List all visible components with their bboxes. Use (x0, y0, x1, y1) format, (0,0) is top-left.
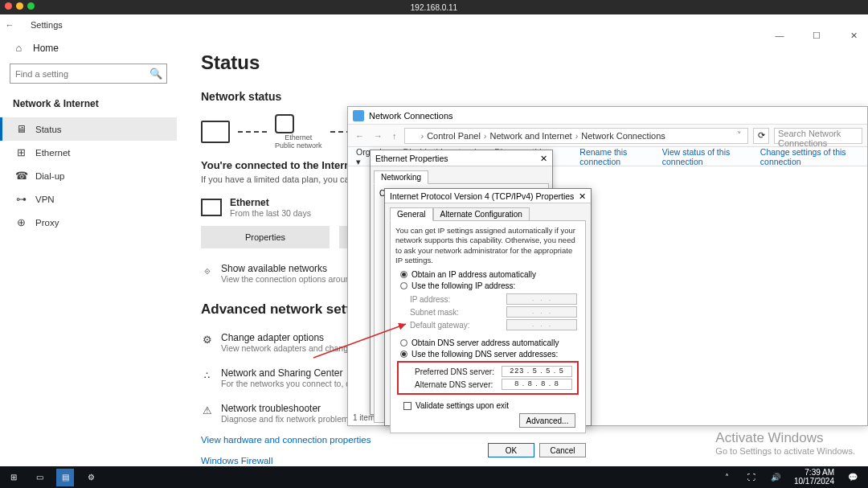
radio-label: Obtain an IP address automatically (411, 270, 536, 279)
home-label: Home (33, 43, 59, 54)
nav-status[interactable]: 🖥Status (0, 117, 177, 141)
zoom-light[interactable] (27, 2, 35, 10)
radio-icon (400, 339, 407, 347)
nav-label: Status (35, 125, 62, 134)
page-title: Status (201, 51, 844, 74)
task-view-button[interactable]: ▭ (31, 469, 48, 486)
network-connections-icon (353, 110, 364, 121)
advanced-button[interactable]: Advanced... (519, 413, 575, 428)
section-title: Network status (201, 90, 844, 103)
nav-dialup[interactable]: ☎Dial-up (0, 164, 177, 187)
opt-desc: Diagnose and fix network problems. (221, 414, 355, 424)
maximize-button[interactable]: ☐ (805, 31, 828, 41)
validate-label: Validate settings upon exit (416, 401, 509, 410)
alt-dns-label: Alternate DNS server: (415, 380, 493, 389)
crumb-item[interactable]: Network and Internet (490, 131, 572, 141)
watermark-sub: Go to Settings to activate Windows. (715, 446, 855, 456)
ethprop-titlebar[interactable]: Ethernet Properties ✕ (371, 150, 552, 166)
tray-sound-icon[interactable]: 🔊 (767, 469, 784, 486)
properties-button[interactable]: Properties (201, 226, 330, 248)
pc-icon (201, 121, 230, 143)
ok-button[interactable]: OK (488, 443, 534, 457)
eth-sub: From the last 30 days (230, 208, 311, 218)
explorer-titlebar[interactable]: Network Connections (348, 107, 867, 125)
nav-back[interactable]: ← (353, 131, 366, 141)
alternate-dns-field[interactable]: 8 . 8 . 8 . 8 (502, 379, 572, 390)
tray-network-icon[interactable]: ⛶ (743, 469, 760, 486)
pref-dns-label: Preferred DNS server: (415, 367, 494, 376)
ethprop-title: Ethernet Properties (375, 154, 448, 163)
find-setting-input[interactable] (15, 69, 149, 79)
refresh-button[interactable]: ⟳ (753, 128, 769, 144)
action-center-button[interactable]: 💬 (844, 469, 862, 486)
crumb-item[interactable]: Control Panel (427, 131, 481, 141)
home-icon: ⌂ (13, 42, 25, 54)
close-button[interactable]: ✕ (842, 31, 865, 41)
start-button[interactable]: ⊞ (5, 469, 23, 486)
find-setting-box[interactable]: 🔍 (10, 64, 167, 84)
nav-label: Dial-up (35, 171, 64, 181)
ipv4-info: You can get IP settings assigned automat… (395, 226, 580, 265)
ipv4-titlebar[interactable]: Internet Protocol Version 4 (TCP/IPv4) P… (385, 189, 591, 203)
settings-sidebar: ⌂ Home 🔍 Network & Internet 🖥Status ⊞Eth… (0, 35, 177, 466)
radio-label: Obtain DNS server address automatically (411, 338, 559, 347)
preferred-dns-field[interactable]: 223 . 5 . 5 . 5 (502, 366, 572, 377)
tray-chevron-icon[interactable]: ˄ (719, 469, 736, 486)
ipv4-properties-dialog: Internet Protocol Version 4 (TCP/IPv4) P… (384, 188, 592, 426)
nav-proxy[interactable]: ⊕Proxy (0, 211, 177, 234)
radio-dns-manual[interactable]: Use the following DNS server addresses: (400, 350, 580, 359)
nav-ethernet[interactable]: ⊞Ethernet (0, 141, 177, 164)
close-icon[interactable]: ✕ (579, 191, 586, 201)
toolbar-rename[interactable]: Rename this connection (579, 147, 649, 166)
radio-ip-manual[interactable]: Use the following IP address: (400, 281, 580, 290)
taskbar-clock[interactable]: 7:39 AM 10/17/2024 (791, 469, 837, 486)
networking-tab[interactable]: Networking (374, 170, 428, 184)
remote-titlebar: 192.168.0.11 (0, 0, 868, 14)
tab-alternate[interactable]: Alternate Configuration (433, 207, 530, 221)
taskbar-settings-icon[interactable]: ⚙ (82, 469, 100, 486)
router-icon (275, 114, 294, 133)
ipv4-body: You can get IP settings assigned automat… (390, 220, 586, 433)
breadcrumb[interactable]: ›Control Panel ›Network and Internet ›Ne… (404, 128, 749, 144)
clock-date: 10/17/2024 (794, 478, 834, 486)
mask-label: Subnet mask: (410, 308, 459, 317)
ipv4-title: Internet Protocol Version 4 (TCP/IPv4) P… (390, 191, 574, 201)
nav-up[interactable]: ↑ (390, 131, 399, 141)
ethernet-icon: ⊞ (15, 146, 27, 158)
radio-ip-auto[interactable]: Obtain an IP address automatically (400, 270, 580, 279)
taskbar-app-active[interactable]: ▤ (56, 469, 74, 486)
nav-forward[interactable]: → (371, 131, 385, 141)
validate-checkbox-row[interactable]: Validate settings upon exit (403, 401, 580, 410)
explorer-search[interactable]: Search Network Connections (774, 128, 862, 144)
link-line (238, 131, 267, 133)
window-controls: — ☐ ✕ (768, 31, 865, 41)
tab-general[interactable]: General (390, 207, 433, 221)
home-link[interactable]: ⌂ Home (0, 35, 177, 60)
cancel-button[interactable]: Cancel (539, 443, 586, 457)
diagram-ethernet-label: Ethernet (275, 133, 322, 141)
control-panel-icon (408, 131, 418, 141)
adapter-icon: ⚙ (201, 334, 213, 346)
radio-icon (400, 282, 407, 289)
wifi-icon: ⟐ (201, 265, 213, 277)
close-light[interactable] (5, 2, 12, 10)
opt-title: Network troubleshooter (221, 403, 355, 414)
close-icon[interactable]: ✕ (540, 154, 547, 163)
nav-label: Proxy (35, 218, 59, 228)
back-button[interactable]: ← (0, 20, 19, 30)
radio-dns-auto[interactable]: Obtain DNS server address automatically (400, 338, 580, 347)
monitor-icon (201, 199, 222, 216)
taskbar: ⊞ ▭ ▤ ⚙ ˄ ⛶ 🔊 7:39 AM 10/17/2024 💬 (0, 466, 868, 488)
minimize-button[interactable]: — (768, 31, 791, 41)
toolbar-change-settings[interactable]: Change settings of this connection (760, 147, 859, 166)
minimize-light[interactable] (16, 2, 23, 10)
diagram-subtitle: Public network (275, 141, 322, 150)
radio-label: Use the following IP address: (411, 281, 515, 290)
toolbar-view-status[interactable]: View status of this connection (662, 147, 747, 166)
crumb-item[interactable]: Network Connections (581, 131, 665, 141)
radio-label: Use the following DNS server addresses: (411, 350, 558, 359)
nav-vpn[interactable]: ⊶VPN (0, 187, 177, 211)
address-bar: ← → ↑ ›Control Panel ›Network and Intern… (348, 125, 867, 147)
remote-host: 192.168.0.11 (411, 3, 457, 12)
chevron-down-icon[interactable]: ˅ (735, 130, 744, 141)
